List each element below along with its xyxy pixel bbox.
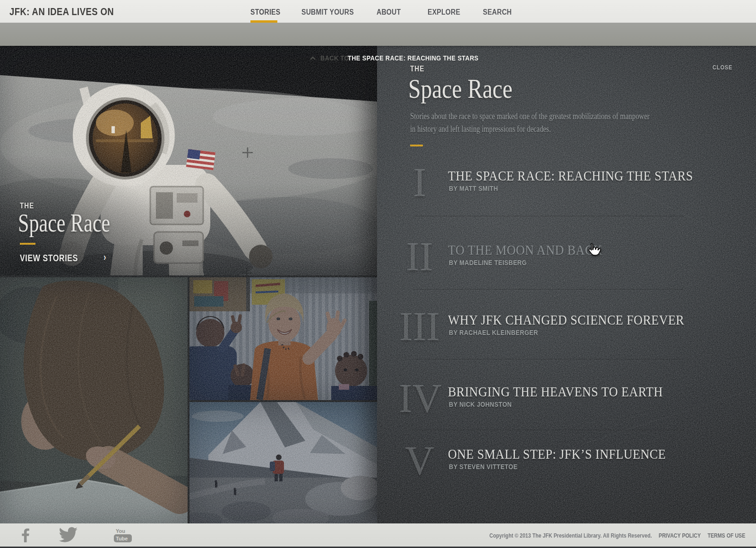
panel-title: Space Race [408, 73, 513, 105]
youtube-icon[interactable]: You Tube [110, 523, 136, 547]
nav-submit-yours[interactable]: SUBMIT YOURS [301, 0, 361, 23]
close-button[interactable]: CLOSE [713, 64, 736, 71]
story-item-3[interactable]: III WHY JFK CHANGED SCIENCE FOREVER BY R… [377, 313, 736, 369]
chevron-up-icon [309, 56, 316, 60]
nav-stories[interactable]: STORIES [250, 0, 284, 23]
story-item-2[interactable]: II TO THE MOON AND BACK BY MADELINE TEIS… [377, 243, 736, 300]
terms-of-use-link[interactable]: TERMS OF USE [707, 532, 745, 539]
jfk-stories-page: THE Space Race VIEW STORIES› [0, 0, 756, 548]
story-numeral: II [399, 236, 440, 277]
story-numeral: III [399, 306, 440, 347]
site-logo[interactable]: JFK: AN IDEA LIVES ON [9, 0, 134, 23]
svg-text:You: You [116, 528, 125, 534]
panel-kicker: THE [410, 65, 427, 73]
mountain-climber-illustration [189, 402, 377, 523]
chevron-right-icon: › [103, 251, 106, 264]
story-divider [414, 430, 684, 430]
story-divider [414, 359, 684, 360]
twitter-icon[interactable] [58, 523, 78, 547]
footer: You Tube Copyright © 2013 The JFK Presid… [0, 523, 756, 548]
story-numeral: IV [399, 378, 440, 419]
story-title: THE SPACE RACE: REACHING THE STARS [448, 169, 693, 184]
story-byline: BY NICK JOHNSTON [449, 400, 523, 408]
nav-about[interactable]: ABOUT [377, 0, 404, 23]
back-to-story-bar[interactable]: BACK TO THE SPACE RACE: REACHING THE STA… [0, 23, 756, 46]
space-race-panel: CLOSE THE Space Race Stories about the r… [377, 46, 756, 523]
privacy-policy-link[interactable]: PRIVACY POLICY [659, 532, 701, 539]
story-byline: BY MADELINE TEISBERG [449, 258, 541, 266]
copyright-text: Copyright © 2013 The JFK Presidential Li… [490, 532, 652, 539]
photo-astronaut-moon[interactable]: THE Space Race VIEW STORIES› [0, 46, 377, 275]
photo-girl-writing[interactable] [0, 277, 188, 523]
top-nav-bar: JFK: AN IDEA LIVES ON STORIES SUBMIT YOU… [0, 0, 756, 23]
story-numeral: V [399, 440, 440, 481]
story-title: TO THE MOON AND BACK [448, 243, 602, 258]
photo-volunteer-children[interactable] [189, 277, 377, 400]
back-to-story-title: THE SPACE RACE: REACHING THE STARS [348, 54, 502, 62]
svg-text:Tube: Tube [116, 536, 128, 541]
story-title: BRINGING THE HEAVENS TO EARTH [448, 385, 663, 400]
hero-accent-rule [20, 243, 35, 245]
us-flag-patch [186, 149, 215, 170]
active-nav-underline [250, 20, 277, 23]
story-byline: BY MATT SMITH [449, 184, 507, 192]
photo-mountain-climber[interactable] [189, 402, 377, 523]
girl-writing-illustration [0, 277, 188, 523]
story-item-5[interactable]: V ONE SMALL STEP: JFK’S INFLUENCE BY STE… [377, 447, 736, 504]
story-title: WHY JFK CHANGED SCIENCE FOREVER [448, 313, 684, 328]
astronaut-moon-illustration [0, 46, 377, 275]
story-title: ONE SMALL STEP: JFK’S INFLUENCE [448, 447, 666, 462]
view-stories-button[interactable]: VIEW STORIES› [20, 252, 107, 264]
nav-search[interactable]: SEARCH [483, 0, 515, 23]
story-byline: BY STEVEN VITTETOE [449, 462, 530, 471]
volunteer-children-illustration [189, 277, 377, 400]
story-byline: BY RACHAEL KLEINBERGER [449, 328, 554, 336]
story-item-1[interactable]: I THE SPACE RACE: REACHING THE STARS BY … [377, 169, 736, 225]
story-numeral: I [399, 162, 440, 203]
facebook-icon[interactable] [22, 523, 29, 547]
hero-title: Space Race [18, 210, 110, 236]
story-item-4[interactable]: IV BRINGING THE HEAVENS TO EARTH BY NICK… [377, 385, 736, 441]
story-divider [414, 289, 684, 290]
story-divider [414, 216, 684, 216]
nav-explore[interactable]: EXPLORE [428, 0, 465, 23]
footer-text: Copyright © 2013 The JFK Presidential Li… [433, 523, 745, 547]
panel-accent-rule [410, 145, 423, 146]
panel-description: Stories about the race to space marked o… [410, 110, 654, 136]
